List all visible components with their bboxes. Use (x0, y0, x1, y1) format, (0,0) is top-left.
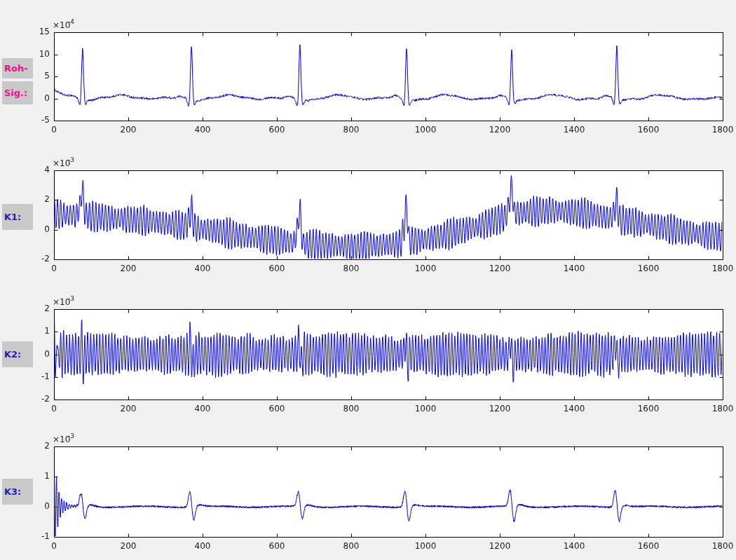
matlab-figure: Roh- Sig.: K1: K2: K3: (0, 0, 736, 560)
row-label-roh-text: Roh- (4, 63, 28, 74)
row-label-sig-text: Sig.: (4, 88, 27, 98)
row-label-roh: Roh- (2, 58, 33, 78)
row-label-k3-text: K3: (4, 486, 21, 497)
row-label-k1-text: K1: (4, 212, 21, 222)
row-label-k2: K2: (2, 341, 33, 367)
row-label-k3: K3: (2, 479, 33, 505)
row-label-k1: K1: (2, 204, 33, 230)
row-label-k2-text: K2: (4, 349, 21, 360)
row-label-sig: Sig.: (2, 81, 33, 104)
signal-plots-canvas (0, 0, 736, 560)
